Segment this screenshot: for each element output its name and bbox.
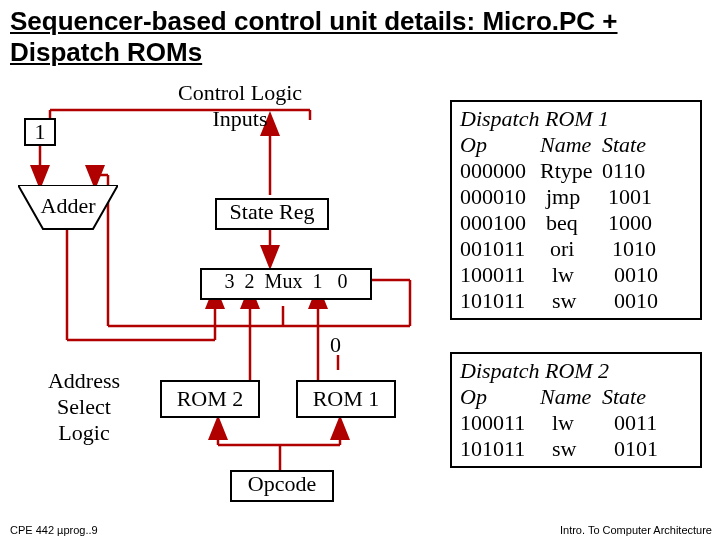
rom1-r2-state: 1000 bbox=[608, 210, 658, 236]
rom1-r5-state: 0010 bbox=[614, 288, 664, 314]
mux-word: Mux bbox=[265, 270, 303, 292]
rom1-r5-name: sw bbox=[540, 288, 614, 314]
dispatch-rom-1-table: Dispatch ROM 1 OpNameState 000000Rtype01… bbox=[450, 100, 702, 320]
rom2-h-state: State bbox=[602, 384, 652, 410]
rom2-r0-name: lw bbox=[540, 410, 614, 436]
rom1-r4-state: 0010 bbox=[614, 262, 664, 288]
rom2-r1-state: 0101 bbox=[614, 436, 664, 462]
rom2-r1-op: 101011 bbox=[460, 436, 540, 462]
rom2-r0-state: 0011 bbox=[614, 410, 664, 436]
adder-label: Adder bbox=[18, 193, 118, 219]
control-logic-l2: Inputs bbox=[150, 106, 330, 132]
mux-port-1: 1 bbox=[312, 270, 322, 292]
rom1-r5-op: 101011 bbox=[460, 288, 540, 314]
address-select-logic: Address Select Logic bbox=[34, 368, 134, 446]
adder-block: Adder bbox=[18, 185, 118, 230]
rom1-r2-op: 000100 bbox=[460, 210, 540, 236]
rom2-block: ROM 2 bbox=[160, 380, 260, 418]
diagram-canvas: Control Logic Inputs 1 Adder State Reg 3… bbox=[0, 80, 720, 510]
rom1-r2-name: beq bbox=[540, 210, 608, 236]
rom1-title: Dispatch ROM 1 bbox=[460, 106, 692, 132]
rom1-r4-name: lw bbox=[540, 262, 614, 288]
control-logic-label: Control Logic Inputs bbox=[150, 80, 330, 132]
rom1-r0-name: Rtype bbox=[540, 158, 602, 184]
opcode-block: Opcode bbox=[230, 470, 334, 502]
rom1-r3-name: ori bbox=[540, 236, 612, 262]
constant-zero: 0 bbox=[330, 332, 341, 358]
control-logic-l1: Control Logic bbox=[150, 80, 330, 106]
rom2-h-op: Op bbox=[460, 384, 540, 410]
state-reg: State Reg bbox=[215, 198, 329, 230]
rom1-h-name: Name bbox=[540, 132, 602, 158]
rom1-h-op: Op bbox=[460, 132, 540, 158]
rom1-r4-op: 100011 bbox=[460, 262, 540, 288]
rom2-title: Dispatch ROM 2 bbox=[460, 358, 692, 384]
asl-l3: Logic bbox=[34, 420, 134, 446]
rom1-r0-state: 0110 bbox=[602, 158, 652, 184]
rom1-r0-op: 000000 bbox=[460, 158, 540, 184]
mux-block: 3 2 Mux 1 0 bbox=[200, 268, 372, 300]
rom1-r1-name: jmp bbox=[540, 184, 608, 210]
mux-port-0: 0 bbox=[337, 270, 347, 292]
slide-title: Sequencer-based control unit details: Mi… bbox=[0, 0, 720, 68]
dispatch-rom-2-table: Dispatch ROM 2 OpNameState 100011lw0011 … bbox=[450, 352, 702, 468]
rom1-r1-op: 000010 bbox=[460, 184, 540, 210]
rom1-r1-state: 1001 bbox=[608, 184, 658, 210]
rom2-r0-op: 100011 bbox=[460, 410, 540, 436]
mux-port-2: 2 bbox=[245, 270, 255, 292]
rom1-r3-op: 001011 bbox=[460, 236, 540, 262]
asl-l2: Select bbox=[34, 394, 134, 420]
footer-right: Intro. To Computer Architecture bbox=[560, 524, 712, 536]
rom1-block: ROM 1 bbox=[296, 380, 396, 418]
constant-one: 1 bbox=[24, 118, 56, 146]
mux-port-3: 3 bbox=[225, 270, 235, 292]
rom2-h-name: Name bbox=[540, 384, 602, 410]
rom1-r3-state: 1010 bbox=[612, 236, 662, 262]
rom2-r1-name: sw bbox=[540, 436, 614, 462]
asl-l1: Address bbox=[34, 368, 134, 394]
footer-left: CPE 442 µprog..9 bbox=[10, 524, 98, 536]
rom1-h-state: State bbox=[602, 132, 652, 158]
